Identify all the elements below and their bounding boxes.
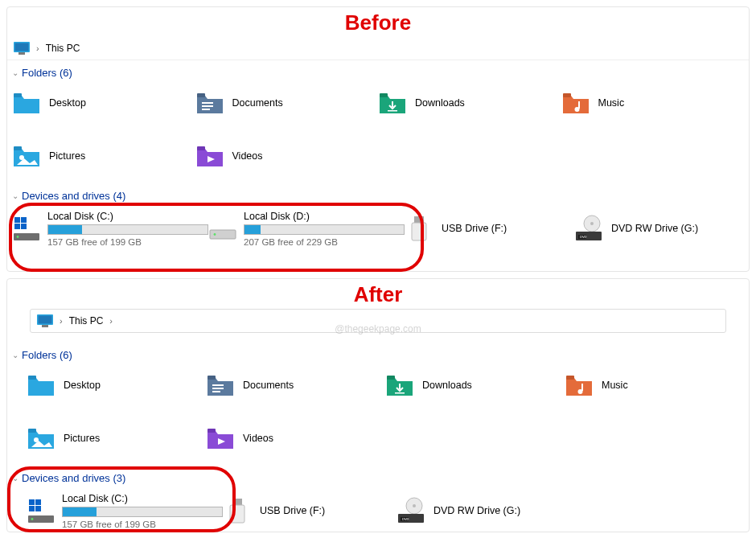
svg-rect-19 (14, 224, 20, 229)
breadcrumb-root[interactable]: This PC (46, 43, 80, 54)
svg-rect-38 (387, 376, 395, 380)
hard-drive-icon (208, 214, 237, 243)
svg-rect-1 (15, 43, 29, 51)
folder-documents[interactable]: Documents (206, 368, 385, 403)
folder-label: Documents (232, 97, 283, 109)
folder-label: Downloads (422, 380, 472, 391)
drive-free-text: 207 GB free of 229 GB (244, 237, 405, 247)
svg-rect-24 (412, 223, 426, 240)
svg-rect-17 (14, 217, 20, 223)
downloads-folder-icon (378, 91, 407, 115)
after-title: After (7, 279, 749, 309)
svg-rect-52 (230, 505, 244, 523)
caret-down-icon: ⌄ (12, 474, 18, 483)
chevron-right-icon: › (35, 43, 41, 53)
folder-documents[interactable]: Documents (195, 85, 379, 121)
svg-point-54 (413, 504, 416, 507)
pictures-folder-icon (12, 144, 41, 168)
pictures-folder-icon (27, 426, 55, 450)
folder-music[interactable]: Music (565, 368, 744, 403)
folder-label: Music (598, 97, 625, 109)
svg-rect-39 (395, 392, 405, 394)
drive-usage-fill (244, 225, 261, 234)
folder-videos[interactable]: Videos (206, 421, 385, 456)
svg-rect-40 (566, 376, 574, 380)
music-folder-icon (561, 91, 590, 115)
drive-dvd[interactable]: DVD DVD RW Drive (G:) (396, 491, 570, 531)
svg-rect-2 (18, 52, 25, 55)
drive-local-c[interactable]: Local Disk (C:) 157 GB free of 199 GB (27, 491, 223, 531)
caret-down-icon: ⌄ (12, 191, 18, 200)
svg-rect-44 (207, 429, 216, 433)
folder-label: Desktop (49, 97, 86, 109)
this-pc-icon (14, 42, 30, 55)
drives-grid: Local Disk (C:) 157 GB free of 199 GB Lo… (7, 205, 749, 263)
svg-rect-48 (35, 499, 41, 505)
folder-desktop[interactable]: Desktop (12, 85, 195, 121)
svg-point-16 (17, 236, 19, 238)
caret-down-icon: ⌄ (12, 351, 18, 359)
folder-desktop[interactable]: Desktop (27, 368, 206, 403)
svg-rect-3 (14, 93, 22, 97)
svg-text:DVD: DVD (580, 235, 587, 239)
drive-usb[interactable]: USB Drive (F:) (405, 208, 574, 248)
folder-label: Videos (243, 433, 273, 444)
svg-rect-42 (28, 429, 36, 433)
before-title: Before (7, 7, 749, 37)
svg-rect-50 (35, 506, 41, 511)
svg-rect-37 (212, 391, 220, 392)
this-pc-icon (37, 314, 53, 327)
drive-name: Local Disk (D:) (244, 211, 405, 222)
folders-grid: Desktop Documents Downloads Music Pictur… (7, 364, 749, 466)
folder-pictures[interactable]: Pictures (12, 138, 195, 174)
svg-rect-35 (212, 384, 224, 386)
drive-usb[interactable]: USB Drive (F:) (223, 491, 396, 531)
drive-local-d[interactable]: Local Disk (D:) 207 GB free of 229 GB (208, 208, 405, 248)
drive-name: Local Disk (C:) (62, 493, 223, 504)
drive-dvd[interactable]: DVD DVD RW Drive (G:) (574, 208, 744, 248)
svg-rect-36 (212, 388, 224, 389)
chevron-right-icon: › (108, 316, 114, 326)
folder-label: Documents (243, 380, 294, 391)
dvd-drive-icon: DVD (396, 496, 425, 525)
before-panel: Before › This PC ⌄ Folders (6) Desktop D… (6, 6, 750, 272)
folder-label: Pictures (64, 433, 100, 444)
drive-usage-fill (48, 225, 82, 234)
svg-rect-6 (202, 105, 213, 107)
address-bar[interactable]: › This PC (7, 37, 749, 60)
svg-rect-33 (28, 376, 36, 380)
folders-header-label: Folders (6) (22, 67, 72, 79)
folder-label: Desktop (64, 380, 101, 391)
svg-rect-34 (207, 376, 216, 380)
folders-header[interactable]: ⌄ Folders (6) (7, 343, 749, 364)
folder-pictures[interactable]: Pictures (27, 421, 206, 456)
svg-point-22 (214, 233, 216, 236)
svg-rect-7 (202, 109, 210, 110)
watermark-text: @thegeekpage.com (335, 323, 421, 335)
documents-folder-icon (195, 91, 224, 115)
svg-point-26 (590, 222, 594, 225)
folder-downloads[interactable]: Downloads (385, 368, 565, 403)
documents-folder-icon (206, 373, 235, 397)
usb-drive-icon (223, 496, 252, 525)
downloads-folder-icon (385, 373, 414, 397)
folder-downloads[interactable]: Downloads (378, 85, 561, 121)
drives-header[interactable]: ⌄ Devices and drives (4) (7, 183, 749, 205)
svg-rect-9 (388, 110, 397, 112)
svg-point-46 (31, 518, 34, 520)
svg-rect-47 (29, 499, 35, 505)
drive-name: USB Drive (F:) (442, 223, 507, 234)
videos-folder-icon (206, 426, 235, 450)
drive-name: USB Drive (F:) (260, 505, 325, 516)
drives-header-label: Devices and drives (4) (22, 190, 125, 202)
folder-label: Music (602, 380, 628, 391)
folders-header[interactable]: ⌄ Folders (6) (7, 60, 749, 82)
drives-header[interactable]: ⌄ Devices and drives (3) (7, 466, 749, 487)
svg-rect-18 (21, 217, 27, 223)
folder-music[interactable]: Music (561, 85, 745, 121)
folder-videos[interactable]: Videos (195, 138, 379, 174)
breadcrumb-root[interactable]: This PC (69, 315, 104, 326)
svg-rect-20 (21, 224, 27, 229)
drives-grid: Local Disk (C:) 157 GB free of 199 GB US… (7, 487, 749, 534)
drive-local-c[interactable]: Local Disk (C:) 157 GB free of 199 GB (12, 208, 208, 248)
